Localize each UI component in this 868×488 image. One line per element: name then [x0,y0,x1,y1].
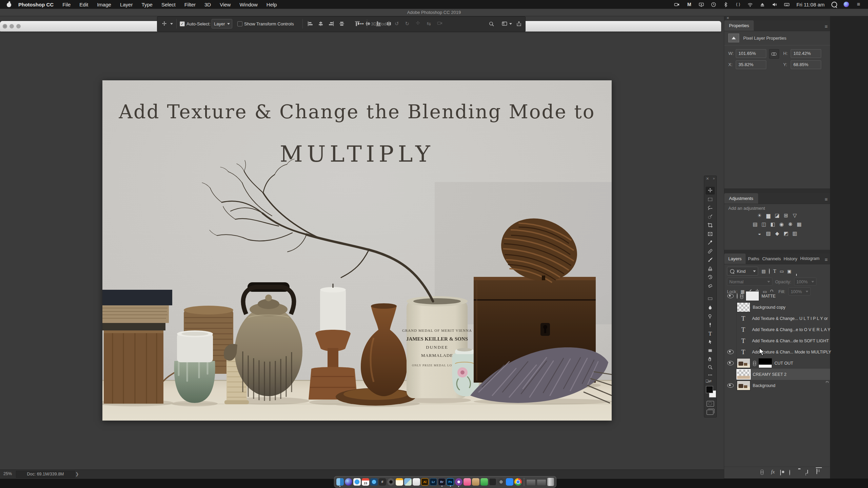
filter-smart-object-icon[interactable]: ▣ [787,269,791,274]
history-brush-tool[interactable] [706,273,715,281]
dock-pages-icon[interactable] [413,478,420,486]
traffic-close-button[interactable] [3,24,7,28]
dock-photos-icon[interactable] [404,478,412,486]
eyedropper-tool[interactable] [706,239,715,246]
quick-selection-tool[interactable] [706,213,715,221]
menu-view[interactable]: View [215,2,235,7]
curves-icon[interactable]: ◪ [773,212,782,219]
new-layer-icon[interactable] [807,470,808,475]
marquee-tool[interactable] [706,196,715,203]
tool-preset-chevron-icon[interactable] [170,17,173,31]
exposure-icon[interactable]: ⊞ [782,212,790,219]
align-vertical-centers-icon[interactable] [338,21,346,26]
filter-adjustment-icon[interactable] [769,269,770,274]
menu-image[interactable]: Image [93,2,116,7]
layer-name[interactable]: CUT OUT [774,361,793,366]
tools-collapse-icon[interactable]: » [713,177,715,181]
dock-safari-icon[interactable] [353,478,361,486]
dodge-tool[interactable] [706,312,715,320]
new-adjustment-layer-icon[interactable] [789,470,790,475]
layer-name[interactable]: Add Texture & Change... U L T I P L Y or [752,316,828,321]
menu-select[interactable]: Select [157,2,180,7]
dock-trash-icon[interactable] [547,478,554,486]
document-canvas[interactable]: Add Texture & Change the Blending Mode t… [102,80,612,421]
3d-slide-icon[interactable]: ⇆ [427,21,431,27]
quick-mask-icon[interactable] [707,401,714,407]
dock-analytics-icon[interactable] [489,478,496,486]
zoom-tool[interactable] [706,363,715,371]
search-icon[interactable] [489,17,494,31]
layer-name[interactable]: Add Texture & Chan...de to SOFT LIGHT [752,339,829,343]
layer-thumbnail[interactable] [737,381,750,390]
traffic-minimize-button[interactable] [9,24,14,28]
zoom-level[interactable]: 25% [3,471,12,476]
3d-roll-icon[interactable]: ↻ [405,21,410,27]
layer-name[interactable]: Background [753,383,775,388]
blend-mode-dropdown[interactable]: Normal [727,278,772,286]
channel-mixer-icon[interactable]: ❋ [786,221,795,228]
path-selection-tool[interactable] [706,338,715,346]
pen-tool[interactable] [706,321,715,329]
black-white-icon[interactable]: ◧ [768,221,777,228]
dock-zoom-icon[interactable] [506,478,513,486]
dock-video-editor-icon[interactable] [455,478,462,486]
color-lookup-icon[interactable]: ▦ [795,221,804,228]
dock-finder-icon[interactable] [336,478,344,486]
dock-siri-icon[interactable] [345,478,352,486]
align-left-edges-icon[interactable] [307,21,314,26]
auto-select-checkbox[interactable]: ✓ [180,17,185,31]
opacity-dropdown[interactable]: 100% [794,278,816,286]
adjustments-menu-icon[interactable]: ≡ [825,196,827,202]
menu-window[interactable]: Window [235,2,262,7]
menu-layer[interactable]: Layer [116,2,137,7]
dock-minimized-window-2[interactable] [537,479,546,486]
traffic-zoom-button[interactable] [16,24,21,28]
auto-select-dropdown[interactable]: Layer [212,17,232,31]
menu-edit[interactable]: Edit [75,2,93,7]
shape-tool[interactable] [706,347,715,354]
levels-icon[interactable]: ▆ [764,212,773,219]
eraser-tool[interactable] [706,282,715,290]
malwarebytes-icon[interactable]: M [683,0,695,9]
tab-adjustments[interactable]: Adjustments [724,193,758,204]
photo-filter-icon[interactable]: ◉ [777,221,786,228]
spotlight-icon[interactable] [828,0,840,9]
posterize-icon[interactable]: ▨ [764,230,773,237]
wifi-icon[interactable] [744,0,756,9]
menu-type[interactable]: Type [137,2,157,7]
visibility-toggle[interactable] [724,313,737,324]
add-mask-icon[interactable] [780,470,781,475]
display-mirroring-icon[interactable] [695,0,708,9]
color-balance-icon[interactable]: ◫ [760,221,768,228]
layer-row-creamy-seet-2[interactable]: CREAMY SEET 2 [724,369,830,380]
dock-bridge-icon[interactable]: Br [438,478,446,486]
visibility-toggle[interactable] [724,380,737,391]
siri-icon[interactable] [840,0,852,9]
visibility-toggle[interactable] [724,358,737,369]
dock-pink-app-icon[interactable] [463,478,471,486]
move-tool[interactable] [706,187,715,195]
layer-row-cut-out[interactable]: CUT OUT [724,358,830,369]
show-transform-checkbox[interactable] [237,17,242,31]
tab-history[interactable]: History [781,253,800,264]
bluetooth-icon[interactable] [720,0,732,9]
distribute-vertical-icon[interactable] [365,20,371,27]
align-horizontal-centers-icon[interactable] [317,21,324,26]
layer-row-text-overlay[interactable]: T Add Texture & Chang...e to O V E R L A… [724,324,830,335]
tools-close-icon[interactable]: ✕ [706,177,709,181]
volume-icon[interactable] [769,0,781,9]
screen-mode-icon[interactable] [707,410,713,415]
align-overflow-icon[interactable]: ••• [358,17,364,31]
panel-group-close-icon[interactable]: ✕ [726,16,729,20]
layer-name[interactable]: CREAMY SEET 2 [753,372,787,377]
layer-row-background[interactable]: Background [724,380,830,391]
input-source-icon[interactable] [781,0,793,9]
dock-fantastical-icon[interactable]: F [379,478,386,486]
layer-filter-dropdown[interactable]: Kind [727,267,758,276]
layer-row-text-multiply-or[interactable]: T Add Texture & Change... U L T I P L Y … [724,313,830,324]
layer-row-text-soft-light[interactable]: T Add Texture & Chan...de to SOFT LIGHT [724,335,830,346]
menu-filter[interactable]: Filter [180,2,200,7]
dock-notes-icon[interactable] [396,478,403,486]
dock-lightroom-icon[interactable]: Lr [430,478,437,486]
share-icon[interactable] [516,17,522,31]
